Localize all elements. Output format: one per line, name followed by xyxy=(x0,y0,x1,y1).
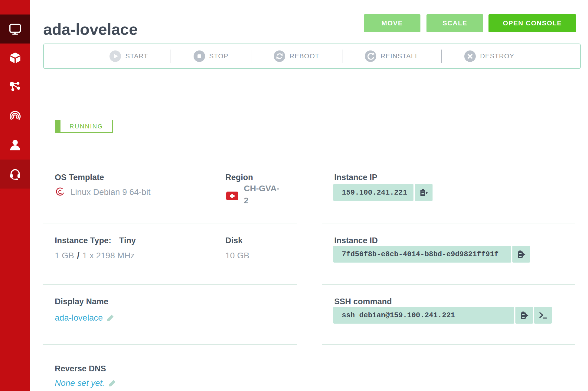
ssh-command-label: SSH command xyxy=(334,297,392,306)
divider xyxy=(43,344,297,345)
stop-icon xyxy=(194,50,205,62)
stop-action[interactable]: STOP xyxy=(194,50,229,62)
divider xyxy=(43,284,297,285)
destroy-action[interactable]: DESTROY xyxy=(464,50,514,62)
reverse-dns-label: Reverse DNS xyxy=(55,364,106,373)
sidebar-item-account[interactable] xyxy=(0,131,30,160)
sidebar-item-support[interactable] xyxy=(0,160,30,189)
os-template-value: Linux Debian 9 64-bit xyxy=(55,187,151,198)
status-badge: RUNNING xyxy=(55,120,113,133)
reinstall-icon xyxy=(365,50,376,62)
destroy-icon xyxy=(464,50,476,62)
sidebar-item-compute[interactable] xyxy=(0,15,30,44)
stop-label: STOP xyxy=(209,52,229,60)
display-name-value: ada-lovelace xyxy=(55,313,114,323)
action-separator xyxy=(342,50,342,63)
ssh-command-value: ssh debian@159.100.241.221 xyxy=(333,307,514,324)
instance-type-name: Tiny xyxy=(119,236,136,245)
instance-id-value: 7fd56f8b-e8cb-4014-b8bd-e9d9821ff91f xyxy=(333,246,511,263)
reboot-action[interactable]: REBOOT xyxy=(274,50,319,62)
play-icon xyxy=(109,50,121,62)
arcs-icon xyxy=(8,109,22,123)
copy-instance-id-button[interactable] xyxy=(512,246,530,263)
divider xyxy=(43,224,297,224)
reboot-icon xyxy=(274,50,285,62)
divider xyxy=(322,224,575,224)
display-name-text[interactable]: ada-lovelace xyxy=(55,313,103,323)
monitor-icon xyxy=(8,22,22,36)
cpu-value: 1 x 2198 MHz xyxy=(83,251,135,260)
clipboard-copy-icon xyxy=(519,310,529,320)
instance-detail-page: ada-lovelace MOVE SCALE OPEN CONSOLE STA… xyxy=(0,0,588,391)
sidebar-item-network[interactable] xyxy=(0,73,30,102)
os-template-text: Linux Debian 9 64-bit xyxy=(70,187,151,197)
destroy-label: DESTROY xyxy=(480,52,514,60)
copy-ssh-command-button[interactable] xyxy=(515,307,533,324)
clipboard-copy-icon xyxy=(516,249,526,259)
instance-type-label: Instance Type:Tiny xyxy=(55,236,136,245)
terminal-icon xyxy=(538,311,547,319)
user-icon xyxy=(8,138,22,152)
edit-pencil-icon[interactable] xyxy=(108,379,116,387)
move-button[interactable]: MOVE xyxy=(364,14,420,32)
scale-button[interactable]: SCALE xyxy=(426,14,483,32)
copy-instance-ip-button[interactable] xyxy=(415,184,433,201)
sidebar xyxy=(0,0,30,391)
reinstall-action[interactable]: REINSTALL xyxy=(365,50,419,62)
region-label: Region xyxy=(225,173,253,182)
instance-type-value: 1 GB/1 x 2198 MHz xyxy=(55,251,135,260)
memory-value: 1 GB xyxy=(55,251,74,260)
sidebar-spacer xyxy=(0,0,30,15)
instance-ip-label: Instance IP xyxy=(334,173,377,182)
status-label: RUNNING xyxy=(60,120,113,133)
instance-ip-value: 159.100.241.221 xyxy=(333,184,413,201)
disk-value: 10 GB xyxy=(225,251,249,260)
disk-label: Disk xyxy=(225,236,243,245)
open-console-button[interactable]: OPEN CONSOLE xyxy=(488,14,576,32)
reverse-dns-value: None set yet. xyxy=(55,378,116,388)
cube-icon xyxy=(8,51,22,65)
action-separator xyxy=(441,50,442,63)
divider xyxy=(322,344,575,345)
reboot-label: REBOOT xyxy=(289,52,319,60)
clipboard-copy-icon xyxy=(419,187,429,198)
debian-icon xyxy=(55,187,66,198)
page-title: ada-lovelace xyxy=(43,20,138,38)
os-template-label: OS Template xyxy=(55,173,104,182)
sidebar-item-dns[interactable] xyxy=(0,102,30,131)
instance-id-label: Instance ID xyxy=(334,236,378,245)
start-label: START xyxy=(125,52,148,60)
sidebar-item-storage[interactable] xyxy=(0,44,30,73)
graph-icon xyxy=(8,80,22,94)
action-separator xyxy=(251,50,251,63)
reinstall-label: REINSTALL xyxy=(381,52,419,60)
display-name-label: Display Name xyxy=(55,297,108,306)
swiss-flag-icon xyxy=(226,192,238,200)
region-value: CH-GVA-2 xyxy=(244,183,281,207)
action-separator xyxy=(171,50,171,63)
reverse-dns-text[interactable]: None set yet. xyxy=(55,378,105,388)
open-terminal-button[interactable] xyxy=(534,307,552,324)
edit-pencil-icon[interactable] xyxy=(106,314,114,322)
divider xyxy=(322,284,575,285)
instance-action-bar: START STOP REBOOT xyxy=(43,44,581,69)
headset-icon xyxy=(8,167,22,181)
start-action[interactable]: START xyxy=(109,50,148,62)
status-color-block xyxy=(55,120,60,133)
